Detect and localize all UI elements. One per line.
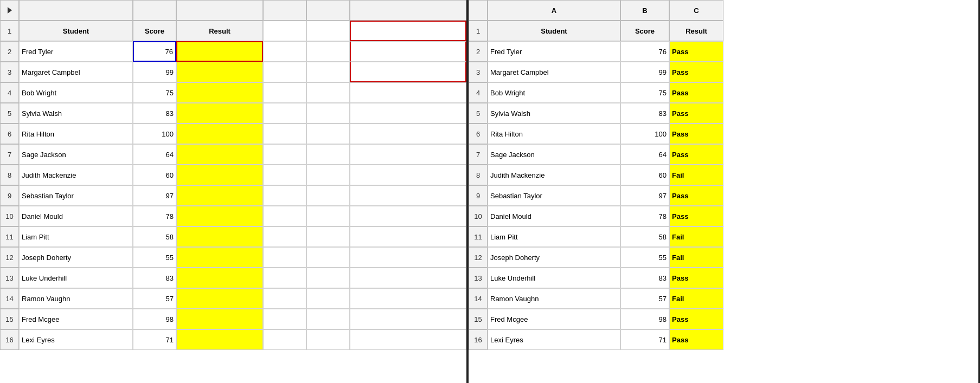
- score-right-row4[interactable]: 75: [620, 82, 669, 103]
- student-luke-underhill-right[interactable]: Luke Underhill: [488, 268, 620, 288]
- score-right-row3[interactable]: 99: [620, 62, 669, 82]
- score-left-row16[interactable]: 71: [133, 329, 176, 350]
- e9-left: [306, 185, 350, 206]
- rownum-10-right: 10: [469, 206, 488, 226]
- score-left-row10[interactable]: 78: [133, 206, 176, 226]
- col-header-C-left: [176, 0, 263, 21]
- score-right-row8[interactable]: 60: [620, 165, 669, 185]
- f16-left: [350, 329, 466, 350]
- result-left-row16: [176, 329, 263, 350]
- rownum-10-left: 10: [0, 206, 19, 226]
- f14-left: [350, 288, 466, 309]
- student-rita-hilton-right[interactable]: Rita Hilton: [488, 124, 620, 144]
- student-rita-hilton-left[interactable]: Rita Hilton: [19, 124, 133, 144]
- score-right-row5[interactable]: 83: [620, 103, 669, 124]
- condition-header-cell: [350, 21, 466, 41]
- score-right-row16[interactable]: 71: [620, 329, 669, 350]
- score-left-row15[interactable]: 98: [133, 309, 176, 329]
- student-bob-wright-left[interactable]: Bob Wright: [19, 82, 133, 103]
- student-daniel-mould-left[interactable]: Daniel Mould: [19, 206, 133, 226]
- score-left-row13[interactable]: 83: [133, 268, 176, 288]
- score-left-row7[interactable]: 64: [133, 144, 176, 165]
- score-left-row8[interactable]: 60: [133, 165, 176, 185]
- rownum-9-left: 9: [0, 185, 19, 206]
- student-liam-pitt-right[interactable]: Liam Pitt: [488, 226, 620, 247]
- col-E-row1: [306, 21, 350, 41]
- student-fred-tyler-left[interactable]: Fred Tyler: [19, 41, 133, 62]
- result-right-row7: Pass: [669, 144, 723, 165]
- score-right-row15[interactable]: 98: [620, 309, 669, 329]
- condition-row1-cell: [350, 41, 466, 62]
- rownum-13-left: 13: [0, 268, 19, 288]
- rownum-7-left: 7: [0, 144, 19, 165]
- result-left-row10: [176, 206, 263, 226]
- student-sebastian-taylor-right[interactable]: Sebastian Taylor: [488, 185, 620, 206]
- student-joseph-doherty-left[interactable]: Joseph Doherty: [19, 247, 133, 268]
- student-ramon-vaughn-right[interactable]: Ramon Vaughn: [488, 288, 620, 309]
- col-A-label: Student: [19, 21, 133, 41]
- result-right-row11: Fail: [669, 226, 723, 247]
- score-left-row12[interactable]: 55: [133, 247, 176, 268]
- d6-left: [263, 124, 306, 144]
- result-right-row15: Pass: [669, 309, 723, 329]
- d8-left: [263, 165, 306, 185]
- rownum-11-left: 11: [0, 226, 19, 247]
- score-right-row2[interactable]: 76: [620, 41, 669, 62]
- student-sylvia-walsh-left[interactable]: Sylvia Walsh: [19, 103, 133, 124]
- rownum-6-left: 6: [0, 124, 19, 144]
- rownum-14-right: 14: [469, 288, 488, 309]
- student-ramon-vaughn-left[interactable]: Ramon Vaughn: [19, 288, 133, 309]
- score-right-row9[interactable]: 97: [620, 185, 669, 206]
- score-right-row12[interactable]: 55: [620, 247, 669, 268]
- score-left-row6[interactable]: 100: [133, 124, 176, 144]
- student-fred-mcgee-right[interactable]: Fred Mcgee: [488, 309, 620, 329]
- result-left-row8: [176, 165, 263, 185]
- rownum-15-left: 15: [0, 309, 19, 329]
- student-daniel-mould-right[interactable]: Daniel Mould: [488, 206, 620, 226]
- score-right-row6[interactable]: 100: [620, 124, 669, 144]
- spreadsheet-container: 1 Student Score Result 2 Fred Tyler 76 3: [0, 0, 980, 383]
- student-sage-jackson-right[interactable]: Sage Jackson: [488, 144, 620, 165]
- score-fred-tyler-left[interactable]: 76: [133, 41, 176, 62]
- f15-left: [350, 309, 466, 329]
- student-liam-pitt-left[interactable]: Liam Pitt: [19, 226, 133, 247]
- right-col-header-A: A: [488, 0, 620, 21]
- student-lexi-eyres-left[interactable]: Lexi Eyres: [19, 329, 133, 350]
- student-margaret-campbel-right[interactable]: Margaret Campbel: [488, 62, 620, 82]
- score-left-row11[interactable]: 58: [133, 226, 176, 247]
- score-left-row4[interactable]: 75: [133, 82, 176, 103]
- student-judith-mackenzie-right[interactable]: Judith Mackenzie: [488, 165, 620, 185]
- student-fred-mcgee-left[interactable]: Fred Mcgee: [19, 309, 133, 329]
- student-sage-jackson-left[interactable]: Sage Jackson: [19, 144, 133, 165]
- student-bob-wright-right[interactable]: Bob Wright: [488, 82, 620, 103]
- score-right-row14[interactable]: 57: [620, 288, 669, 309]
- rownum-4-left: 4: [0, 82, 19, 103]
- f6-left: [350, 124, 466, 144]
- result-right-row14: Fail: [669, 288, 723, 309]
- score-right-row10[interactable]: 78: [620, 206, 669, 226]
- student-sebastian-taylor-left[interactable]: Sebastian Taylor: [19, 185, 133, 206]
- score-right-row13[interactable]: 83: [620, 268, 669, 288]
- result-left-row5: [176, 103, 263, 124]
- formula-cell-c2[interactable]: [176, 41, 263, 62]
- score-left-row9[interactable]: 97: [133, 185, 176, 206]
- score-right-row11[interactable]: 58: [620, 226, 669, 247]
- d13-left: [263, 268, 306, 288]
- score-left-row14[interactable]: 57: [133, 288, 176, 309]
- e15-left: [306, 309, 350, 329]
- student-lexi-eyres-right[interactable]: Lexi Eyres: [488, 329, 620, 350]
- student-judith-mackenzie-left[interactable]: Judith Mackenzie: [19, 165, 133, 185]
- student-luke-underhill-left[interactable]: Luke Underhill: [19, 268, 133, 288]
- sheet-right: A B C 1 Student Score Result 2Fred Tyler…: [469, 0, 978, 383]
- right-col-B-label: Score: [620, 21, 669, 41]
- student-joseph-doherty-right[interactable]: Joseph Doherty: [488, 247, 620, 268]
- f10-left: [350, 206, 466, 226]
- score-right-row7[interactable]: 64: [620, 144, 669, 165]
- rownum-7-right: 7: [469, 144, 488, 165]
- result-right-row13: Pass: [669, 268, 723, 288]
- student-fred-tyler-right[interactable]: Fred Tyler: [488, 41, 620, 62]
- student-margaret-left[interactable]: Margaret Campbel: [19, 62, 133, 82]
- student-sylvia-walsh-right[interactable]: Sylvia Walsh: [488, 103, 620, 124]
- score-margaret-left[interactable]: 99: [133, 62, 176, 82]
- score-left-row5[interactable]: 83: [133, 103, 176, 124]
